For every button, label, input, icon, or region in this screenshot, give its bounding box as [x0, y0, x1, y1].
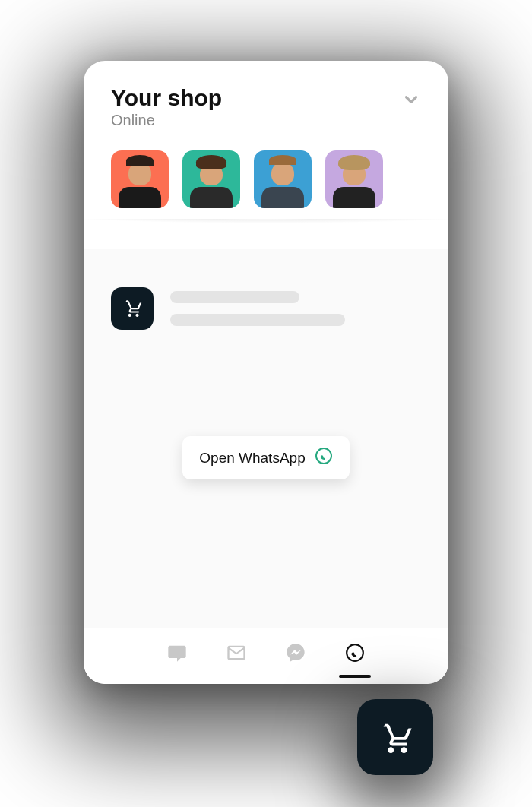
header-text: Your shop Online	[111, 85, 222, 129]
cart-icon	[122, 297, 142, 320]
tab-email[interactable]	[223, 641, 249, 667]
open-whatsapp-button[interactable]: Open WhatsApp	[182, 436, 349, 479]
avatar[interactable]	[182, 150, 240, 208]
messenger-icon	[285, 642, 306, 666]
email-icon	[226, 642, 247, 666]
avatar-person	[331, 155, 378, 208]
avatar[interactable]	[254, 150, 312, 208]
chat-icon	[166, 642, 188, 666]
whatsapp-icon	[345, 643, 365, 666]
message-placeholder-row	[111, 287, 421, 330]
open-button-label: Open WhatsApp	[199, 450, 305, 467]
avatar-person	[116, 155, 163, 208]
cart-icon	[378, 718, 413, 756]
widget-launcher-button[interactable]	[357, 699, 433, 775]
tab-messenger[interactable]	[283, 641, 309, 667]
svg-point-0	[316, 448, 331, 464]
shop-avatar	[111, 287, 154, 330]
skeleton-line	[170, 291, 299, 303]
channel-tab-bar	[84, 628, 448, 684]
avatar[interactable]	[325, 150, 383, 208]
svg-point-1	[347, 644, 363, 661]
shop-title: Your shop	[111, 85, 222, 110]
widget-body: Open WhatsApp	[84, 249, 448, 628]
skeleton-lines	[170, 291, 345, 326]
tab-chat[interactable]	[164, 641, 190, 667]
chat-widget-card: Your shop Online	[84, 61, 448, 684]
avatar-person	[188, 155, 235, 208]
open-action-wrap: Open WhatsApp	[111, 436, 421, 479]
widget-header: Your shop Online	[84, 61, 448, 144]
whatsapp-icon	[315, 447, 333, 469]
team-avatars	[84, 144, 448, 226]
avatar[interactable]	[111, 150, 169, 208]
tab-whatsapp[interactable]	[342, 641, 368, 667]
shop-status: Online	[111, 112, 222, 129]
skeleton-line	[170, 314, 345, 326]
header-curve-shadow	[84, 219, 448, 249]
avatar-person	[259, 155, 306, 208]
chevron-down-icon[interactable]	[401, 90, 421, 112]
